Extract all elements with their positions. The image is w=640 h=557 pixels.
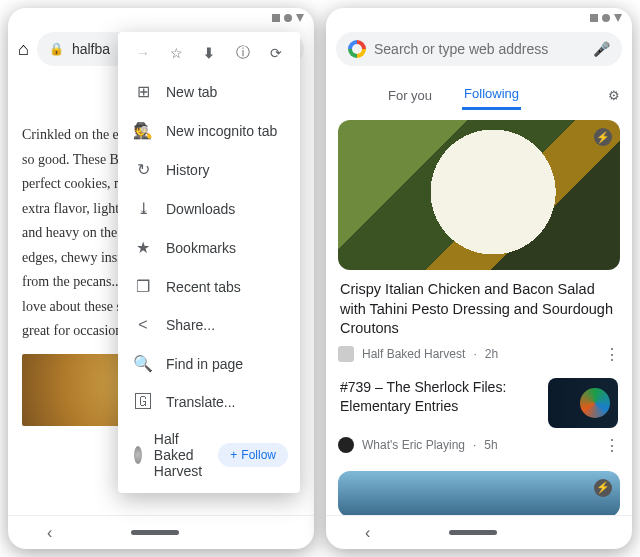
card-age: 5h <box>484 438 497 452</box>
recent-tabs-icon: ❐ <box>134 277 152 296</box>
menu-item-follow-site[interactable]: Half Baked Harvest + Follow <box>118 421 300 489</box>
site-favicon-icon <box>134 446 142 464</box>
feed-tabs: For you Following ⚙ <box>326 74 632 110</box>
info-icon[interactable]: ⓘ <box>236 44 250 62</box>
status-icon-circle <box>602 14 610 22</box>
menu-item-history[interactable]: ↻ History <box>118 150 300 189</box>
download-icon[interactable]: ⬇ <box>203 45 215 61</box>
url-text: halfba <box>72 41 110 57</box>
status-icon-square <box>272 14 280 22</box>
nav-home-pill[interactable] <box>131 530 179 535</box>
share-icon: < <box>134 316 152 334</box>
menu-label: Find in page <box>166 356 243 372</box>
follow-button[interactable]: + Follow <box>218 443 288 467</box>
status-icon-square <box>590 14 598 22</box>
amp-badge-icon: ⚡ <box>594 128 612 146</box>
nav-home-pill[interactable] <box>449 530 497 535</box>
google-logo-icon <box>348 40 366 58</box>
menu-label: Downloads <box>166 201 235 217</box>
source-favicon-icon <box>338 346 354 362</box>
follow-site-name: Half Baked Harvest <box>154 431 206 479</box>
tab-following[interactable]: Following <box>462 80 521 110</box>
meta-dot: · <box>473 438 476 452</box>
menu-item-share[interactable]: < Share... <box>118 306 300 344</box>
card-more-icon[interactable]: ⋮ <box>604 436 620 455</box>
downloads-icon: ⤓ <box>134 199 152 218</box>
search-placeholder: Search or type web address <box>374 41 548 57</box>
lock-icon: 🔒 <box>49 42 64 56</box>
menu-item-find[interactable]: 🔍 Find in page <box>118 344 300 383</box>
menu-label: New tab <box>166 84 217 100</box>
tab-for-you[interactable]: For you <box>386 82 434 109</box>
card-source: Half Baked Harvest <box>362 347 465 361</box>
card-thumbnail <box>548 378 618 428</box>
menu-item-incognito[interactable]: 🕵 New incognito tab <box>118 111 300 150</box>
card-title[interactable]: Crispy Italian Chicken and Bacon Salad w… <box>338 270 620 345</box>
menu-label: Share... <box>166 317 215 333</box>
menu-label: Translate... <box>166 394 236 410</box>
forward-icon[interactable]: → <box>136 45 150 61</box>
card-more-icon[interactable]: ⋮ <box>604 345 620 364</box>
status-bar <box>8 8 314 28</box>
card-meta: Half Baked Harvest · 2h ⋮ <box>338 345 620 374</box>
feed-card-3-image[interactable]: ⚡ <box>338 471 620 515</box>
status-icon-circle <box>284 14 292 22</box>
card-source: What's Eric Playing <box>362 438 465 452</box>
gear-icon[interactable]: ⚙ <box>608 88 620 103</box>
amp-badge-icon: ⚡ <box>594 479 612 497</box>
reload-icon[interactable]: ⟳ <box>270 45 282 61</box>
nav-back-icon[interactable]: ‹ <box>47 524 52 542</box>
status-icon-triangle <box>296 14 304 22</box>
source-favicon-icon <box>338 437 354 453</box>
card-title: #739 – The Sherlock Files: Elementary En… <box>340 378 538 416</box>
nav-back-icon[interactable]: ‹ <box>365 524 370 542</box>
card-hero-image[interactable]: ⚡ <box>338 120 620 270</box>
menu-label: Recent tabs <box>166 279 241 295</box>
menu-item-bookmarks[interactable]: ★ Bookmarks <box>118 228 300 267</box>
feed-card-2[interactable]: #739 – The Sherlock Files: Elementary En… <box>338 374 620 436</box>
find-in-page-icon: 🔍 <box>134 354 152 373</box>
android-nav-bar: ‹ <box>326 515 632 549</box>
history-icon: ↻ <box>134 160 152 179</box>
menu-label: History <box>166 162 210 178</box>
translate-icon: 🄶 <box>134 393 152 411</box>
incognito-icon: 🕵 <box>134 121 152 140</box>
menu-label: New incognito tab <box>166 123 277 139</box>
menu-top-actions: → ☆ ⬇ ⓘ ⟳ <box>118 38 300 72</box>
plus-box-icon: ⊞ <box>134 82 152 101</box>
feed: ⚡ Crispy Italian Chicken and Bacon Salad… <box>326 110 632 515</box>
star-icon: ★ <box>134 238 152 257</box>
menu-label: Bookmarks <box>166 240 236 256</box>
phone-right: Search or type web address 🎤 For you Fol… <box>326 8 632 549</box>
mic-icon[interactable]: 🎤 <box>593 41 610 57</box>
card-meta: What's Eric Playing · 5h ⋮ <box>338 436 620 465</box>
status-bar <box>326 8 632 28</box>
follow-button-label: Follow <box>241 448 276 462</box>
search-box[interactable]: Search or type web address 🎤 <box>336 32 622 66</box>
menu-item-new-tab[interactable]: ⊞ New tab <box>118 72 300 111</box>
card-age: 2h <box>485 347 498 361</box>
menu-item-downloads[interactable]: ⤓ Downloads <box>118 189 300 228</box>
menu-item-recent-tabs[interactable]: ❐ Recent tabs <box>118 267 300 306</box>
menu-item-translate[interactable]: 🄶 Translate... <box>118 383 300 421</box>
meta-dot: · <box>473 347 476 361</box>
status-icon-triangle <box>614 14 622 22</box>
home-icon[interactable]: ⌂ <box>18 39 29 60</box>
bookmark-star-icon[interactable]: ☆ <box>170 45 183 61</box>
plus-icon: + <box>230 448 237 462</box>
address-bar-row: Search or type web address 🎤 <box>326 28 632 74</box>
android-nav-bar: ‹ <box>8 515 314 549</box>
phone-left: ⌂ 🔒 halfba — HALF H A R Crinkled on the … <box>8 8 314 549</box>
overflow-menu: → ☆ ⬇ ⓘ ⟳ ⊞ New tab 🕵 New incognito tab … <box>118 32 300 493</box>
